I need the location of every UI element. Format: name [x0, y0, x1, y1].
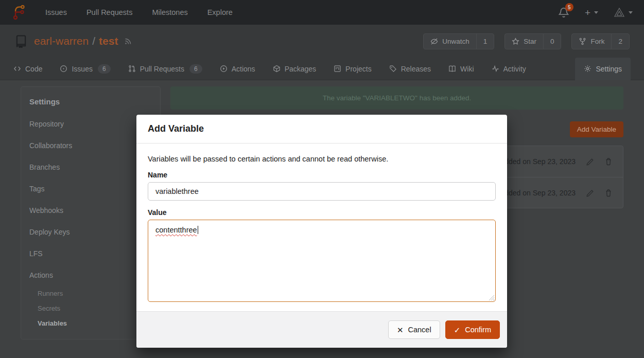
confirm-button[interactable]: ✓ Confirm: [445, 320, 500, 339]
cancel-button[interactable]: ✕ Cancel: [388, 320, 440, 339]
modal-header: Add Variable: [136, 115, 507, 144]
variable-name-input[interactable]: [148, 182, 496, 201]
resize-handle[interactable]: [489, 295, 494, 300]
variable-value-textarea[interactable]: contentthree: [148, 220, 496, 302]
name-field-label: Name: [148, 171, 496, 179]
modal-description: Variables will be passed to certain acti…: [148, 155, 496, 163]
value-field-label: Value: [148, 208, 496, 217]
x-icon: ✕: [397, 326, 404, 334]
add-variable-modal: Add Variable Variables will be passed to…: [136, 115, 507, 348]
check-icon: ✓: [454, 326, 461, 334]
text-cursor: [198, 226, 199, 234]
textarea-content: contentthree: [155, 226, 197, 234]
modal-footer: ✕ Cancel ✓ Confirm: [136, 311, 507, 348]
modal-body: Variables will be passed to certain acti…: [136, 144, 507, 311]
modal-title: Add Variable: [148, 123, 204, 134]
